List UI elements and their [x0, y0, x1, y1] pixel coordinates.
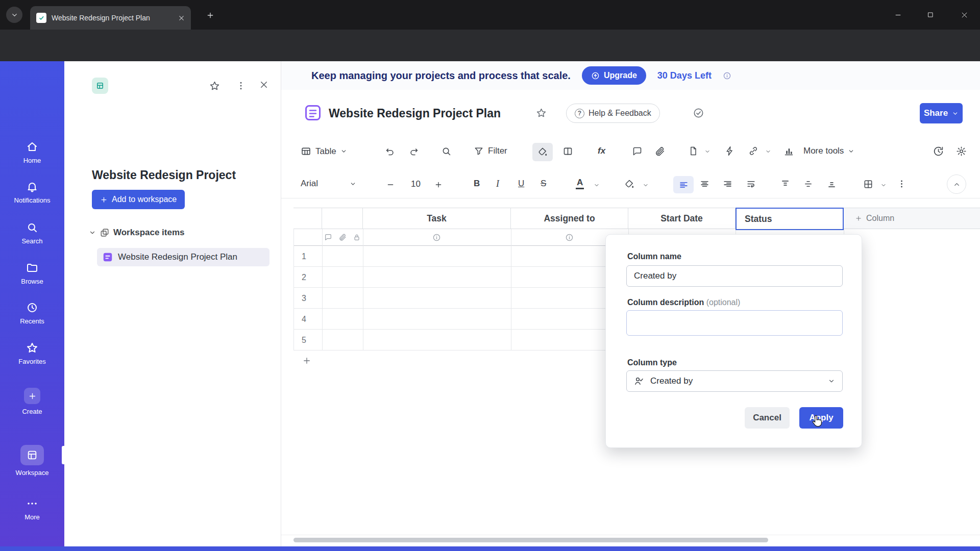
italic-button[interactable]: I	[496, 179, 499, 189]
sidebar-item-search[interactable]: Search	[0, 221, 64, 245]
align-right-button[interactable]	[723, 179, 732, 189]
table-view-icon	[301, 146, 311, 157]
column-name-input[interactable]	[626, 265, 843, 287]
tab-search-button[interactable]	[6, 7, 22, 23]
font-family-select[interactable]: Arial	[301, 179, 356, 189]
home-icon	[26, 141, 38, 153]
browser-tab[interactable]: Website Redesign Project Plan	[30, 6, 191, 30]
workspace-items-toggle[interactable]: Workspace items	[89, 228, 185, 238]
underline-button[interactable]: U	[518, 179, 524, 189]
sidebar-item-recents[interactable]: Recents	[0, 302, 64, 325]
view-selector[interactable]: Table	[301, 146, 347, 157]
valign-bottom-button[interactable]	[827, 179, 837, 189]
column-header-status-selected[interactable]: Status	[736, 208, 844, 230]
help-feedback-button[interactable]: ? Help & Feedback	[566, 104, 660, 123]
chevron-down-icon	[828, 378, 835, 385]
tab-close-icon[interactable]	[178, 15, 185, 21]
favorite-star-icon[interactable]	[209, 81, 220, 91]
upgrade-button[interactable]: Upgrade	[582, 66, 646, 85]
cancel-button[interactable]: Cancel	[745, 407, 790, 429]
column-header-start-date[interactable]: Start Date	[628, 208, 736, 229]
new-tab-button[interactable]	[203, 8, 217, 22]
chevron-down-icon[interactable]	[594, 182, 600, 188]
filter-funnel-icon	[474, 146, 484, 156]
info-icon[interactable]	[723, 71, 731, 80]
task-column-info-icon[interactable]	[432, 233, 441, 242]
increase-font-icon[interactable]	[434, 181, 443, 189]
tree-item-sheet[interactable]: Website Redesign Project Plan	[97, 248, 270, 266]
assigned-column-info-icon[interactable]	[565, 233, 574, 242]
add-column-button[interactable]: Column	[844, 208, 980, 229]
sidebar-item-favorites[interactable]: Favorites	[0, 342, 64, 365]
chevron-down-icon[interactable]	[704, 148, 710, 155]
question-icon: ?	[575, 109, 584, 118]
document-icon[interactable]	[688, 146, 698, 156]
cursor-pointer	[810, 414, 824, 428]
sheet-star-icon[interactable]	[536, 108, 547, 118]
chevron-down-icon	[848, 148, 854, 155]
panel-menu-icon[interactable]	[236, 81, 246, 91]
sidebar-item-browse[interactable]: Browse	[0, 262, 64, 285]
sheet-type-icon	[304, 104, 322, 122]
chart-icon[interactable]	[783, 146, 794, 157]
sidebar-item-home[interactable]: Home	[0, 141, 64, 164]
undo-button[interactable]	[385, 146, 396, 157]
valign-middle-button[interactable]	[803, 179, 813, 189]
link-icon[interactable]	[748, 146, 758, 156]
window-maximize-button[interactable]	[923, 7, 938, 22]
formula-button[interactable]: fx	[598, 146, 605, 156]
align-left-button[interactable]	[673, 176, 694, 193]
sidebar-item-notifications[interactable]: Notifications	[0, 181, 64, 204]
column-type-select[interactable]: Created by	[626, 370, 843, 392]
highlight-fill-button[interactable]	[532, 143, 553, 161]
strikethrough-button[interactable]: S	[541, 179, 546, 189]
share-button[interactable]: Share	[920, 103, 963, 123]
bold-button[interactable]: B	[474, 179, 480, 189]
bottom-accent-bar	[0, 546, 980, 551]
add-to-workspace-button[interactable]: Add to workspace	[92, 190, 185, 209]
font-size-value[interactable]: 10	[411, 179, 421, 189]
chevron-down-icon[interactable]	[765, 148, 771, 155]
column-header-assigned-to[interactable]: Assigned to	[511, 208, 628, 229]
column-type-label: Column type	[627, 358, 677, 367]
browser-titlebar: Website Redesign Project Plan	[0, 0, 980, 30]
column-description-label: Column description (optional)	[627, 298, 740, 307]
redo-button[interactable]	[408, 146, 419, 157]
chevron-down-icon[interactable]	[643, 182, 649, 188]
sidebar-item-create[interactable]: Create	[0, 388, 64, 415]
cell-format-icon[interactable]	[562, 146, 573, 157]
workspace-panel: Website Redesign Project Add to workspac…	[64, 61, 281, 546]
horizontal-scrollbar[interactable]	[293, 538, 768, 542]
valign-top-button[interactable]	[780, 179, 790, 189]
column-description-input[interactable]	[626, 310, 843, 336]
sidebar-item-workspace[interactable]: Workspace	[0, 445, 64, 477]
fill-color-icon[interactable]	[624, 179, 634, 189]
attachments-column-icon[interactable]	[338, 233, 347, 241]
plus-icon	[24, 388, 40, 404]
comment-icon[interactable]	[632, 146, 643, 157]
decrease-font-icon[interactable]	[386, 181, 395, 189]
panel-close-icon[interactable]	[259, 80, 268, 89]
window-close-button[interactable]	[957, 7, 972, 22]
comments-column-icon[interactable]	[324, 233, 332, 241]
borders-icon[interactable]	[863, 179, 873, 189]
chevron-down-icon	[340, 148, 347, 155]
search-icon	[26, 221, 38, 234]
sidebar-item-more[interactable]: More	[0, 497, 64, 521]
add-row-button[interactable]	[302, 356, 311, 365]
more-tools-button[interactable]: More tools	[803, 146, 854, 156]
text-color-button[interactable]: A	[576, 178, 584, 189]
collapse-toolbar-button[interactable]	[947, 174, 966, 194]
align-center-button[interactable]	[700, 179, 709, 189]
window-minimize-button[interactable]	[890, 7, 905, 22]
column-header-task[interactable]: Task	[363, 208, 511, 229]
text-wrap-button[interactable]	[746, 179, 756, 189]
chevron-down-icon[interactable]	[880, 182, 887, 188]
automation-bolt-icon[interactable]	[725, 146, 735, 156]
activity-history-icon[interactable]	[933, 146, 944, 157]
filter-button[interactable]: Filter	[474, 146, 507, 156]
settings-gear-icon[interactable]	[956, 146, 967, 157]
attachment-icon[interactable]	[654, 146, 665, 157]
format-more-icon[interactable]	[897, 179, 906, 189]
search-icon[interactable]	[441, 146, 452, 157]
